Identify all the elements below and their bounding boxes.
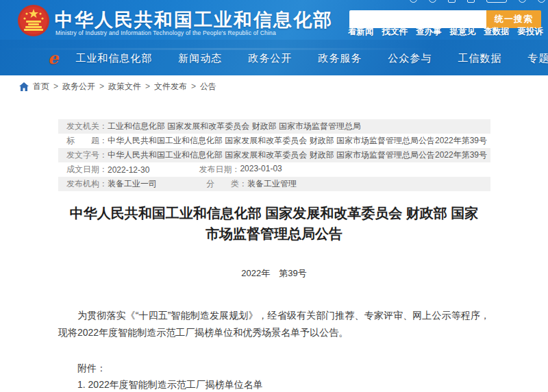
document-issue-number: 2022年 第39号 xyxy=(58,267,490,280)
breadcrumb-separator: > xyxy=(191,82,196,91)
document-content: 中华人民共和国工业和信息化部 国家发展和改革委员会 财政部 国家市场监督管理总局… xyxy=(58,203,490,392)
attachment-link-1[interactable]: 1. 2022年度智能制造示范工厂揭榜单位名单 xyxy=(77,379,263,390)
nav-item-gov-open[interactable]: 政务公开 xyxy=(248,52,292,65)
topbar-icon-5[interactable] xyxy=(486,0,507,3)
breadcrumb-policy[interactable]: 政策文件 xyxy=(108,81,141,93)
topbar-icon-6[interactable] xyxy=(519,0,526,3)
meta-label: 发布机构： xyxy=(66,178,108,190)
meta-label: 成文日期： xyxy=(66,164,108,175)
meta-row-dates: 成文日期： 2022-12-30 发布日期： 2023-01-03 xyxy=(58,162,490,177)
quick-link-services[interactable]: 查办事 xyxy=(416,26,442,38)
gov-e-logo-icon[interactable]: e xyxy=(48,48,58,69)
home-icon[interactable] xyxy=(19,82,29,91)
topbar-icon-3[interactable] xyxy=(448,0,456,3)
quick-link-complaint[interactable]: 要投诉 xyxy=(518,26,544,38)
site-title-english: Ministry of Industry and Information Tec… xyxy=(55,29,276,36)
breadcrumb-home[interactable]: 首页 xyxy=(33,81,49,93)
breadcrumb-release[interactable]: 文件发布 xyxy=(154,81,187,93)
attachment-item: 1. 2022年度智能制造示范工厂揭榜单位名单 xyxy=(77,377,490,392)
meta-label: 标 题： xyxy=(66,135,108,147)
breadcrumb-separator: > xyxy=(145,82,150,91)
topbar-icon-1[interactable] xyxy=(410,0,417,3)
document-title: 中华人民共和国工业和信息化部 国家发展和改革委员会 财政部 国家市场监督管理总局… xyxy=(58,203,490,244)
meta-row-doc-number: 发文字号： 中华人民共和国工业和信息化部 国家发展和改革委员会 财政部 国家市场… xyxy=(58,148,490,162)
attachments-section: 附件： 1. 2022年度智能制造示范工厂揭榜单位名单 2. 2022年度智能制… xyxy=(58,360,490,392)
site-header: 中华人民共和国工业和信息化部 Ministry of Industry and … xyxy=(0,0,548,75)
meta-value: 中华人民共和国工业和信息化部 国家发展和改革委员会 财政部 国家市场监督管理总局… xyxy=(108,149,487,161)
attachments-label: 附件： xyxy=(77,360,490,376)
topbar-icon-4[interactable] xyxy=(467,0,475,3)
topbar-icon-strip xyxy=(410,0,547,5)
breadcrumb-current: 公告 xyxy=(200,81,216,93)
breadcrumb-separator: > xyxy=(53,82,58,91)
site-title: 中华人民共和国工业和信息化部 xyxy=(55,8,333,32)
breadcrumb-separator: > xyxy=(99,82,104,91)
meta-row-issuing-org: 发文机关： 工业和信息化部 国家发展和改革委员会 财政部 国家市场监督管理总局 xyxy=(58,119,490,134)
meta-label: 分 类： xyxy=(206,178,247,190)
breadcrumb-gov-open[interactable]: 政务公开 xyxy=(62,81,95,93)
document-meta-table: 发文机关： 工业和信息化部 国家发展和改革委员会 财政部 国家市场监督管理总局 … xyxy=(58,119,490,191)
meta-label: 发布日期： xyxy=(199,164,240,175)
topbar-icon-2[interactable] xyxy=(429,0,436,3)
nav-item-participation[interactable]: 公众参与 xyxy=(388,52,432,65)
meta-label: 发文机关： xyxy=(66,121,108,132)
meta-value: 装备工业管理 xyxy=(247,178,297,190)
quick-links: 看新闻 找文件 查办事 提意见 查数据 要投诉 xyxy=(348,26,543,38)
page: 中华人民共和国工业和信息化部 Ministry of Industry and … xyxy=(0,0,548,392)
meta-label: 发文字号： xyxy=(66,149,108,161)
nav-item-news[interactable]: 新闻动态 xyxy=(178,52,222,65)
meta-value: 2022-12-30 xyxy=(108,165,149,175)
breadcrumb: 首页 > 政务公开 > 政策文件 > 文件发布 > 公告 xyxy=(19,80,216,93)
national-emblem-icon xyxy=(17,4,50,37)
meta-row-title: 标 题： 中华人民共和国工业和信息化部 国家发展和改革委员会 财政部 国家市场监… xyxy=(58,134,490,148)
main-nav: e 工业和信息化部 新闻动态 政务公开 政务服务 公众参与 工信数据 专题专栏 xyxy=(0,41,548,75)
meta-value: 装备工业一司 xyxy=(108,178,157,190)
nav-item-miit[interactable]: 工业和信息化部 xyxy=(75,52,152,65)
quick-link-files[interactable]: 找文件 xyxy=(382,26,408,38)
meta-value: 2023-01-03 xyxy=(240,164,282,175)
quick-link-feedback[interactable]: 提意见 xyxy=(450,26,476,38)
quick-link-data[interactable]: 查数据 xyxy=(484,26,510,38)
meta-row-publisher: 发布机构： 装备工业一司 分 类： 装备工业管理 xyxy=(58,177,490,191)
quick-link-news[interactable]: 看新闻 xyxy=(348,26,374,38)
document-paragraph: 为贯彻落实《“十四五”智能制造发展规划》，经省级有关部门推荐、专家评审、网上公示… xyxy=(58,307,490,341)
nav-item-gov-services[interactable]: 政务服务 xyxy=(318,52,362,65)
topbar-icon-7[interactable] xyxy=(538,0,545,3)
meta-value: 中华人民共和国工业和信息化部 国家发展和改革委员会 财政部 国家市场监督管理总局… xyxy=(108,135,487,147)
meta-value: 工业和信息化部 国家发展和改革委员会 财政部 国家市场监督管理总局 xyxy=(108,121,361,132)
nav-item-topics[interactable]: 专题专栏 xyxy=(527,52,548,65)
nav-item-data[interactable]: 工信数据 xyxy=(458,52,501,65)
